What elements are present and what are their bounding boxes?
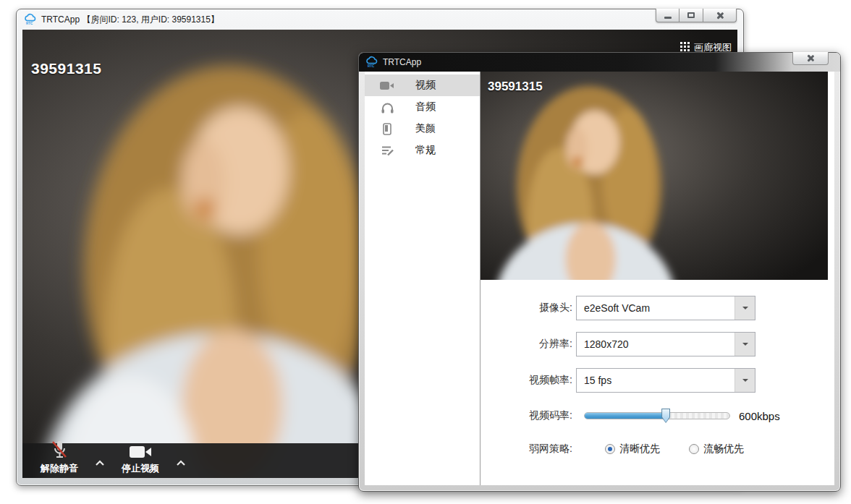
resolution-label: 分辨率:: [480, 338, 572, 351]
sidebar-item-label: 常规: [415, 144, 436, 157]
sidebar-item-video[interactable]: 视频: [365, 74, 480, 96]
user-id-overlay: 39591315: [31, 60, 101, 77]
sidebar-item-label: 音频: [415, 101, 436, 114]
dialog-body: 视频 音频 美颜: [365, 72, 834, 485]
video-options-button[interactable]: [169, 460, 193, 475]
sidebar-item-label: 美颜: [415, 122, 436, 135]
unmute-label: 解除静音: [41, 462, 78, 475]
dropdown-arrow-icon[interactable]: [734, 296, 755, 320]
bitrate-row: 视频码率: 600kbps: [480, 409, 780, 422]
dialog-close-button[interactable]: [792, 52, 829, 65]
radio-clarity-priority[interactable]: 清晰优先: [605, 443, 660, 456]
chevron-up-icon: [95, 460, 105, 466]
caption-buttons: [656, 9, 737, 22]
network-strategy-label: 弱网策略:: [480, 443, 572, 456]
stop-video-label: 停止视频: [122, 462, 159, 475]
dialog-titlebar[interactable]: RTC TRTCApp: [359, 53, 840, 72]
camera-select-value: e2eSoft VCam: [577, 296, 734, 320]
close-icon: [807, 54, 815, 62]
minimize-icon: [664, 17, 672, 19]
resolution-row: 分辨率: 1280x720: [480, 332, 755, 356]
radio-smooth-priority[interactable]: 流畅优先: [689, 443, 744, 456]
dropdown-arrow-icon[interactable]: [734, 369, 755, 392]
resolution-select[interactable]: 1280x720: [576, 332, 755, 356]
close-button[interactable]: [703, 9, 737, 22]
fps-select-value: 15 fps: [577, 369, 734, 392]
trtc-cloud-logo-icon: RTC: [365, 56, 378, 69]
camera-on-icon: [129, 445, 152, 461]
sidebar-item-label: 视频: [415, 79, 436, 92]
preview-user-id: 39591315: [488, 80, 543, 94]
headphones-icon: [379, 101, 395, 114]
svg-text:RTC: RTC: [26, 21, 33, 25]
sidebar-item-general[interactable]: 常规: [365, 140, 480, 161]
preview-video-stream: [480, 72, 828, 280]
video-settings-panel: 39591315 摄像头: e2eSoft VCam 分辨率: 1280x720: [480, 72, 834, 485]
dialog-title: TRTCApp: [383, 57, 421, 67]
radio-unselected-icon[interactable]: [689, 444, 699, 454]
sidebar-item-beauty[interactable]: 美颜: [365, 118, 480, 140]
settings-sidebar: 视频 音频 美颜: [365, 72, 480, 485]
slider-fill: [585, 413, 666, 419]
radio-label: 流畅优先: [703, 443, 744, 456]
settings-dialog: RTC TRTCApp 视频: [358, 52, 841, 492]
main-window-title: TRTCApp 【房间ID: 123, 用户ID: 39591315】: [41, 14, 219, 26]
main-titlebar[interactable]: RTC TRTCApp 【房间ID: 123, 用户ID: 39591315】: [17, 9, 743, 30]
general-settings-icon: [379, 145, 395, 156]
audio-options-button[interactable]: [88, 460, 112, 475]
camera-preview: 39591315: [480, 72, 828, 280]
slider-thumb[interactable]: [661, 409, 670, 423]
trtc-cloud-logo-icon: RTC: [24, 13, 37, 27]
network-strategy-row: 弱网策略: 清晰优先 流畅优先: [480, 443, 744, 456]
beauty-mirror-icon: [379, 123, 395, 135]
bitrate-slider[interactable]: [584, 412, 730, 419]
camera-icon: [379, 81, 395, 90]
resolution-select-value: 1280x720: [577, 333, 734, 356]
fps-label: 视频帧率:: [480, 374, 572, 387]
maximize-button[interactable]: [679, 9, 703, 22]
dropdown-arrow-icon[interactable]: [734, 333, 755, 356]
close-icon: [716, 12, 724, 20]
mic-muted-icon: [51, 440, 68, 461]
chevron-up-icon: [176, 460, 186, 466]
maximize-icon: [687, 12, 695, 18]
radio-selected-icon[interactable]: [605, 444, 615, 454]
stop-video-button[interactable]: 停止视频: [112, 445, 169, 475]
bitrate-label: 视频码率:: [480, 409, 572, 422]
radio-label: 清晰优先: [619, 443, 660, 456]
bitrate-value: 600kbps: [739, 410, 780, 422]
camera-select[interactable]: e2eSoft VCam: [576, 296, 755, 320]
unmute-button[interactable]: 解除静音: [31, 440, 88, 475]
camera-label: 摄像头:: [480, 302, 572, 315]
camera-row: 摄像头: e2eSoft VCam: [480, 296, 755, 320]
sidebar-item-audio[interactable]: 音频: [365, 96, 480, 118]
fps-row: 视频帧率: 15 fps: [480, 368, 755, 393]
fps-select[interactable]: 15 fps: [576, 368, 755, 393]
network-strategy-options: 清晰优先 流畅优先: [605, 443, 744, 456]
svg-text:RTC: RTC: [368, 64, 375, 67]
minimize-button[interactable]: [656, 9, 679, 22]
